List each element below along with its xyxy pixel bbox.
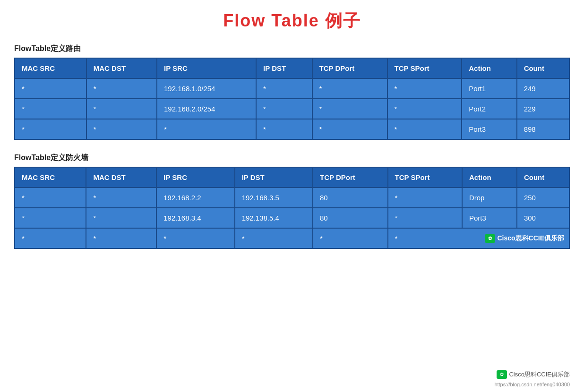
table-header-cell: IP DST [235, 167, 313, 187]
table-cell: * [313, 228, 388, 248]
table-header-cell: Action [462, 167, 517, 187]
table-cell: * [388, 187, 462, 208]
table-row: **192.168.3.4192.138.5.480*Port3300 [15, 208, 569, 228]
table-cell: * [312, 119, 387, 139]
watermark: ✿ Cisco思科CCIE俱乐部 [497, 370, 570, 379]
table-cell: Drop [462, 187, 517, 208]
page-title: Flow Table 例子 [14, 9, 570, 33]
table-cell: 192.168.3.5 [235, 187, 313, 208]
table-cell: * [86, 187, 156, 208]
table-cell: 192.168.3.4 [156, 208, 234, 228]
table-cell: * [86, 228, 156, 248]
table-cell: * [15, 78, 86, 99]
table-cell: * [86, 78, 157, 99]
table-row: **192.168.1.0/254***Port1249 [15, 78, 569, 99]
table-cell: 300 [517, 208, 569, 228]
table-cell: * [387, 78, 462, 99]
table-header-cell: TCP SPort [388, 167, 462, 187]
table-cell: 192.168.1.0/254 [157, 78, 256, 99]
table-cell: * [15, 99, 86, 119]
table-cell: * [15, 228, 86, 248]
table-cell: * [86, 99, 157, 119]
section1-label: FlowTable定义路由 [14, 44, 570, 54]
table-cell: * [256, 99, 312, 119]
routing-table: MAC SRCMAC DSTIP SRCIP DSTTCP DPortTCP S… [14, 58, 570, 140]
section2-label: FlowTable定义防火墙 [14, 153, 570, 163]
table-row: ******Port3898 [15, 119, 569, 139]
table-header-cell: MAC DST [86, 58, 157, 78]
table-cell: * [312, 78, 387, 99]
table-header-cell: Count [517, 58, 569, 78]
table-cell: * [86, 208, 156, 228]
table-cell: 192.168.2.2 [156, 187, 234, 208]
table-cell: * [387, 99, 462, 119]
table-header-cell: TCP SPort [387, 58, 462, 78]
table-cell: Port2 [462, 99, 516, 119]
firewall-table: MAC SRCMAC DSTIP SRCIP DSTTCP DPortTCP S… [14, 167, 570, 249]
table-cell: 192.138.5.4 [235, 208, 313, 228]
table-cell: Port3 [462, 119, 516, 139]
table-cell: * [235, 228, 313, 248]
table-header-cell: MAC SRC [15, 58, 86, 78]
table-header-cell: TCP DPort [313, 167, 388, 187]
table-header-cell: MAC SRC [15, 167, 86, 187]
table-cell: * [256, 119, 312, 139]
table-header-cell: IP DST [256, 58, 312, 78]
table-cell: Port3 [462, 208, 517, 228]
table-cell: * [86, 119, 157, 139]
table-cell: 80 [313, 208, 388, 228]
table-cell: 192.168.2.0/254 [157, 99, 256, 119]
table-cell: 249 [517, 78, 569, 99]
table-header-row: MAC SRCMAC DSTIP SRCIP DSTTCP DPortTCP S… [15, 58, 569, 78]
table-cell: * [387, 119, 462, 139]
table-cell: * [312, 99, 387, 119]
table-cell: Port1 [462, 78, 516, 99]
table-cell: * [15, 119, 86, 139]
table-cell: * [256, 78, 312, 99]
table-cell: 229 [517, 99, 569, 119]
table-row: **192.168.2.2192.168.3.580*Drop250 [15, 187, 569, 208]
table-header-cell: Count [517, 167, 569, 187]
watermark-text: Cisco思科CCIE俱乐部 [509, 370, 570, 379]
watermark-url: https://blog.csdn.net/feng040300 [494, 382, 570, 387]
table-cell: * [157, 119, 256, 139]
table-header-row: MAC SRCMAC DSTIP SRCIP DSTTCP DPortTCP S… [15, 167, 569, 187]
table-cell: *✿ Cisco思科CCIE俱乐部 [388, 228, 569, 248]
table-body: **192.168.2.2192.168.3.580*Drop250**192.… [15, 187, 569, 248]
table-cell: * [156, 228, 234, 248]
table-row: ******✿ Cisco思科CCIE俱乐部 [15, 228, 569, 248]
table-cell: 898 [517, 119, 569, 139]
table-header-cell: IP SRC [157, 58, 256, 78]
table-cell: 80 [313, 187, 388, 208]
wechat-icon: ✿ [497, 370, 507, 379]
table-body: **192.168.1.0/254***Port1249**192.168.2.… [15, 78, 569, 139]
table-cell: * [15, 187, 86, 208]
table-cell: * [388, 208, 462, 228]
table-cell: 250 [517, 187, 569, 208]
table-header-cell: Action [462, 58, 516, 78]
table-cell: * [15, 208, 86, 228]
table-header-cell: IP SRC [156, 167, 234, 187]
table-row: **192.168.2.0/254***Port2229 [15, 99, 569, 119]
table-header-cell: MAC DST [86, 167, 156, 187]
table-header-cell: TCP DPort [312, 58, 387, 78]
